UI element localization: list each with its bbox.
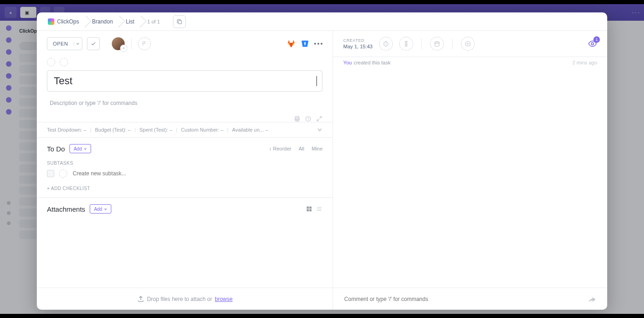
activity-actor: You [343, 60, 352, 65]
todo-heading: To Do [47, 145, 65, 153]
print-icon[interactable] [294, 116, 300, 122]
task-title-input[interactable] [53, 75, 243, 87]
bitbucket-icon[interactable] [300, 39, 310, 48]
subtask-status-icon[interactable] [47, 170, 54, 177]
svg-rect-8 [310, 209, 312, 212]
status-button[interactable]: OPEN [47, 37, 82, 50]
custom-field[interactable]: Available un... – [232, 127, 268, 133]
custom-field[interactable]: Custom Number: – [181, 127, 223, 133]
text-cursor [316, 76, 317, 86]
activity-time: 2 mins ago [572, 60, 597, 65]
add-checklist-button[interactable]: + ADD CHECKLIST [47, 186, 322, 191]
add-tag-button[interactable] [47, 58, 55, 66]
created-value: May 1, 15:43 [343, 44, 373, 49]
due-date-button[interactable] [430, 37, 444, 51]
svg-rect-0 [178, 20, 181, 23]
task-main-panel: OPEN + [37, 31, 333, 310]
browse-link[interactable]: browse [215, 296, 233, 302]
todo-section: To Do Add ↕ Reorder All Mine SUBTA [37, 138, 333, 197]
comment-bar [333, 288, 607, 310]
attach-dropzone[interactable]: Drop files here to attach or browse [37, 288, 333, 310]
time-estimate-button[interactable] [399, 37, 413, 51]
time-tracked-button[interactable] [379, 37, 393, 51]
svg-rect-5 [307, 207, 309, 209]
history-icon[interactable] [305, 116, 311, 122]
new-subtask-input[interactable] [72, 170, 322, 177]
assignee-avatar[interactable]: + [112, 37, 125, 50]
crumb-label: ClickOps [57, 18, 79, 25]
add-assignee-icon[interactable]: + [120, 45, 127, 52]
filter-mine-link[interactable]: Mine [311, 146, 322, 151]
todo-add-button[interactable]: Add [69, 144, 91, 153]
created-meta: CREATED May 1, 15:43 [343, 38, 373, 49]
custom-fields-row: Test Dropdown: –| Budget (Test): –| Spen… [37, 122, 333, 138]
crumb-list[interactable]: List [119, 15, 141, 28]
description-placeholder: Description or type '/' for commands [50, 100, 138, 106]
svg-rect-7 [307, 209, 309, 212]
send-icon[interactable] [588, 295, 597, 304]
new-subtask-row[interactable] [47, 169, 322, 178]
activity-feed: You created this task 2 mins ago [333, 57, 607, 288]
crumb-label: List [126, 18, 134, 25]
view-list-icon[interactable] [316, 206, 322, 212]
attachments-add-button[interactable]: Add [90, 204, 111, 214]
crumb-space[interactable]: Brandon [86, 15, 119, 28]
status-label: OPEN [47, 41, 74, 46]
view-grid-icon[interactable] [306, 206, 312, 212]
filter-all-link[interactable]: All [299, 146, 304, 151]
more-menu-button[interactable] [314, 43, 322, 45]
created-label: CREATED [343, 38, 373, 43]
svg-point-12 [592, 43, 594, 45]
task-description[interactable]: Description or type '/' for commands [47, 94, 322, 122]
priority-button[interactable] [138, 37, 151, 50]
reorder-link[interactable]: ↕ Reorder [269, 146, 291, 151]
crumb-position-text: 1 of 1 [147, 19, 160, 24]
watchers-button[interactable]: 1 [588, 39, 597, 48]
attachments-heading: Attachments [47, 205, 85, 213]
complete-button[interactable] [87, 37, 100, 50]
task-modal: ClickOps Brandon List 1 of 1 [37, 12, 607, 310]
gitlab-icon[interactable] [287, 39, 296, 48]
crumb-workspace[interactable]: ClickOps [41, 15, 86, 28]
svg-rect-10 [435, 42, 439, 46]
crumb-label: Brandon [92, 18, 113, 25]
custom-field[interactable]: Budget (Test): – [95, 127, 131, 133]
expand-icon[interactable] [316, 116, 322, 122]
subtask-assignee-icon[interactable] [59, 169, 67, 178]
comment-input[interactable] [343, 295, 583, 303]
sprint-points-button[interactable] [461, 37, 475, 51]
svg-rect-6 [310, 207, 312, 209]
custom-field[interactable]: Spent (Test): – [139, 127, 172, 133]
status-caret[interactable] [74, 42, 82, 46]
task-title-field[interactable] [47, 70, 322, 92]
dropzone-text: Drop files here to attach or [147, 296, 212, 302]
attachments-section: Attachments Add [37, 197, 333, 220]
subtasks-label: SUBTASKS [47, 161, 322, 166]
task-side-panel: CREATED May 1, 15:43 [333, 31, 607, 310]
fields-expand-icon[interactable] [317, 127, 322, 133]
activity-item: You created this task 2 mins ago [343, 60, 597, 65]
custom-field[interactable]: Test Dropdown: – [47, 127, 86, 133]
breadcrumbs: ClickOps Brandon List 1 of 1 [37, 12, 607, 31]
activity-text: created this task [354, 60, 391, 65]
clickup-logo-icon [48, 18, 54, 25]
tags-row [37, 57, 333, 68]
watchers-count: 1 [593, 36, 600, 43]
add-tag-button[interactable] [60, 58, 68, 66]
copy-link-button[interactable] [173, 15, 186, 28]
crumb-position: 1 of 1 [141, 15, 167, 28]
